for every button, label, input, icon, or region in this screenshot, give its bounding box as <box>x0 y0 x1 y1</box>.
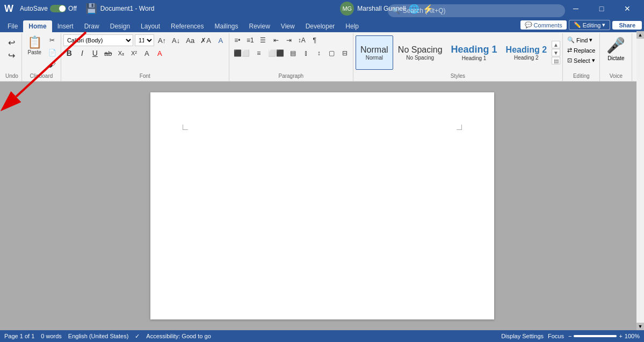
undo-button[interactable]: ↩ <box>6 37 18 48</box>
align-right-button[interactable]: ⬜⬛ <box>266 47 286 59</box>
column-button[interactable]: ⫿ <box>300 47 312 59</box>
focus-button[interactable]: Focus <box>548 333 564 339</box>
decrease-font-button[interactable]: A↓ <box>170 34 182 46</box>
bullets-button[interactable]: ≡• <box>231 34 243 46</box>
close-button[interactable]: ✕ <box>615 0 640 17</box>
sort-button[interactable]: ↕A <box>296 34 308 46</box>
search-input[interactable] <box>388 4 565 17</box>
undo-label: Undo <box>4 72 19 80</box>
style-h2-item[interactable]: Heading 2 Heading 2 <box>502 35 551 70</box>
style-normal-item[interactable]: Normal Normal <box>356 35 393 70</box>
paste-button[interactable]: 📋 Paste <box>24 34 45 71</box>
select-button[interactable]: ⊡ Select ▾ <box>565 56 597 65</box>
align-center-button[interactable]: ≡ <box>253 47 265 59</box>
window-controls: ─ □ ✕ <box>563 0 640 17</box>
autosave-label: AutoSave <box>20 5 48 12</box>
display-settings-button[interactable]: Display Settings <box>501 333 544 339</box>
tab-help[interactable]: Help <box>340 20 364 32</box>
dictate-button[interactable]: 🎤 Dictate <box>602 34 629 63</box>
font-size-selector[interactable]: 11 <box>135 34 154 46</box>
voice-label: Voice <box>602 72 629 80</box>
show-hide-button[interactable]: ¶ <box>309 34 321 46</box>
comments-button[interactable]: 💬 Comments <box>520 20 567 30</box>
bold-button[interactable]: B <box>63 47 75 59</box>
tab-mailings[interactable]: Mailings <box>209 20 243 32</box>
italic-button[interactable]: I <box>76 47 88 59</box>
styles-more-button[interactable]: ▤ <box>552 57 560 64</box>
ribbon-actions: 💬 Comments ✏️ Editing ▾ Share <box>520 20 642 32</box>
font-color-button[interactable]: A <box>154 47 165 59</box>
increase-indent-button[interactable]: ⇥ <box>283 34 295 46</box>
search-bar: 🔍 <box>388 4 565 17</box>
format-painter-button[interactable]: 🖌 <box>46 59 59 71</box>
maximize-button[interactable]: □ <box>589 0 614 17</box>
tab-insert[interactable]: Insert <box>52 20 79 32</box>
replace-button[interactable]: ⇄ Replace <box>565 46 597 55</box>
page-corner-tr <box>457 125 462 130</box>
document-area[interactable]: ▲ ▼ <box>0 82 644 330</box>
find-chevron: ▾ <box>589 37 592 43</box>
document-page[interactable] <box>150 92 494 319</box>
tab-draw[interactable]: Draw <box>79 20 105 32</box>
vertical-scrollbar[interactable]: ▲ ▼ <box>636 82 644 330</box>
styles-label: Styles <box>356 72 560 80</box>
subscript-button[interactable]: X₂ <box>115 47 127 59</box>
font-family-selector[interactable]: Calibri (Body) <box>63 34 133 46</box>
search-icon: 🔍 <box>392 7 400 14</box>
undo-group: ↩ ↪ Undo <box>2 33 22 81</box>
styles-scroll-down-button[interactable]: ▼ <box>552 49 560 56</box>
status-bar: Page 1 of 1 0 words English (United Stat… <box>0 330 644 342</box>
editing-mode-button[interactable]: ✏️ Editing ▾ <box>569 20 611 30</box>
ribbon: ↩ ↪ Undo 📋 Paste ✂ 📄 🖌 Clipboard <box>0 32 644 82</box>
tab-developer[interactable]: Developer <box>300 20 341 32</box>
tab-references[interactable]: References <box>165 20 209 32</box>
clear-formatting-button[interactable]: ✗A <box>198 34 213 46</box>
justify-button[interactable]: ▤ <box>287 47 299 59</box>
numbering-button[interactable]: ≡1 <box>244 34 256 46</box>
paragraph-label: Paragraph <box>231 72 351 80</box>
text-effects-button[interactable]: A <box>215 34 227 46</box>
multilevel-list-button[interactable]: ☰ <box>257 34 269 46</box>
align-left-button[interactable]: ⬛⬜ <box>231 47 252 59</box>
zoom-slider[interactable] <box>574 335 617 337</box>
font-label: Font <box>63 72 227 80</box>
share-button[interactable]: Share <box>612 21 642 30</box>
find-icon: 🔍 <box>567 37 575 43</box>
microphone-icon: 🎤 <box>606 37 625 54</box>
borders-button[interactable]: ⊟ <box>339 47 351 59</box>
tab-view[interactable]: View <box>276 20 300 32</box>
tab-home[interactable]: Home <box>23 20 52 32</box>
word-logo: W <box>4 3 13 14</box>
line-spacing-button[interactable]: ↕ <box>313 47 325 59</box>
redo-button[interactable]: ↪ <box>6 49 18 61</box>
shading-button[interactable]: ▢ <box>326 47 338 59</box>
style-no-spacing-item[interactable]: No Spacing No Spacing <box>394 35 446 70</box>
superscript-button[interactable]: X² <box>128 47 140 59</box>
increase-font-button[interactable]: A↑ <box>156 34 168 46</box>
decrease-indent-button[interactable]: ⇤ <box>270 34 282 46</box>
copy-button[interactable]: 📄 <box>46 47 59 59</box>
autosave-toggle[interactable] <box>50 5 66 12</box>
highlight-button[interactable]: A <box>141 47 153 59</box>
scroll-down-button[interactable]: ▼ <box>636 323 644 330</box>
zoom-out-button[interactable]: − <box>568 333 571 339</box>
find-button[interactable]: 🔍 Find ▾ <box>565 35 597 45</box>
zoom-in-button[interactable]: + <box>619 333 622 339</box>
font-group: Calibri (Body) 11 A↑ A↓ Aa ✗A A B I U ab <box>61 33 229 81</box>
tab-design[interactable]: Design <box>105 20 135 32</box>
underline-button[interactable]: U <box>89 47 101 59</box>
strikethrough-button[interactable]: ab <box>102 47 114 59</box>
change-case-button[interactable]: Aa <box>184 34 197 46</box>
comment-icon: 💬 <box>525 21 532 28</box>
minimize-button[interactable]: ─ <box>563 0 588 17</box>
pencil-icon: ✏️ <box>574 21 581 28</box>
tab-review[interactable]: Review <box>244 20 276 32</box>
tab-layout[interactable]: Layout <box>135 20 165 32</box>
cut-button[interactable]: ✂ <box>46 34 59 46</box>
ribbon-tabs: File Home Insert Draw Design Layout Refe… <box>0 17 644 32</box>
style-h1-item[interactable]: Heading 1 Heading 1 <box>447 35 501 70</box>
save-icon: 💾 <box>85 3 97 14</box>
styles-scroll-up-button[interactable]: ▲ <box>552 41 560 48</box>
tab-file[interactable]: File <box>2 20 23 32</box>
clipboard-label: Clipboard <box>24 72 59 80</box>
